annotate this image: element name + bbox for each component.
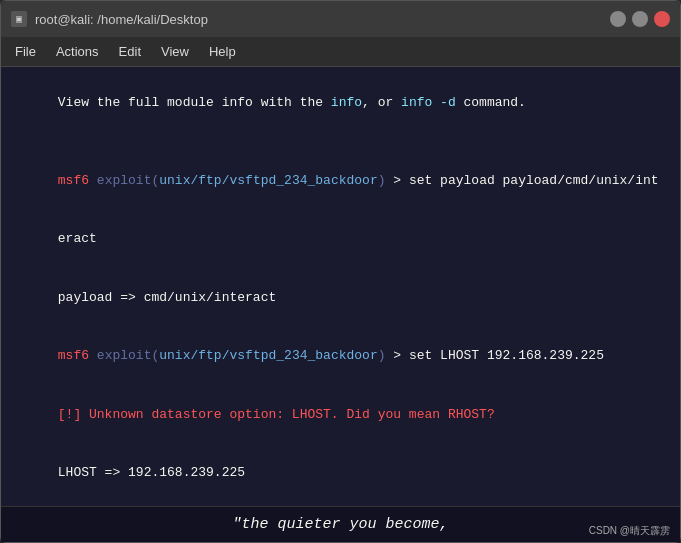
terminal-window: ▣ root@kali: /home/kali/Desktop File Act… — [0, 0, 681, 543]
bottom-quote: "the quieter you become, — [232, 516, 448, 533]
bottom-bar: "the quieter you become, CSDN @晴天霹雳 — [1, 506, 680, 542]
watermark: CSDN @晴天霹雳 — [589, 524, 670, 538]
info-line: View the full module info with the info,… — [11, 73, 670, 132]
lhost-result: LHOST => 192.168.239.225 — [11, 444, 670, 503]
titlebar-buttons — [610, 11, 670, 27]
menubar: File Actions Edit View Help — [1, 37, 680, 67]
menu-actions[interactable]: Actions — [48, 42, 107, 61]
menu-edit[interactable]: Edit — [111, 42, 149, 61]
cmd-set-payload-2: eract — [11, 210, 670, 269]
menu-file[interactable]: File — [7, 42, 44, 61]
cmd-set-payload: msf6 exploit(unix/ftp/vsftpd_234_backdoo… — [11, 151, 670, 210]
titlebar-left: ▣ root@kali: /home/kali/Desktop — [11, 11, 208, 27]
menu-view[interactable]: View — [153, 42, 197, 61]
terminal-content[interactable]: View the full module info with the info,… — [1, 67, 680, 506]
close-button[interactable] — [654, 11, 670, 27]
minimize-button[interactable] — [610, 11, 626, 27]
titlebar-title: root@kali: /home/kali/Desktop — [35, 12, 208, 27]
menu-help[interactable]: Help — [201, 42, 244, 61]
cmd-set-lhost: msf6 exploit(unix/ftp/vsftpd_234_backdoo… — [11, 327, 670, 386]
maximize-button[interactable] — [632, 11, 648, 27]
payload-result: payload => cmd/unix/interact — [11, 268, 670, 327]
titlebar: ▣ root@kali: /home/kali/Desktop — [1, 1, 680, 37]
lhost-warning: [!] Unknown datastore option: LHOST. Did… — [11, 385, 670, 444]
terminal-icon: ▣ — [11, 11, 27, 27]
